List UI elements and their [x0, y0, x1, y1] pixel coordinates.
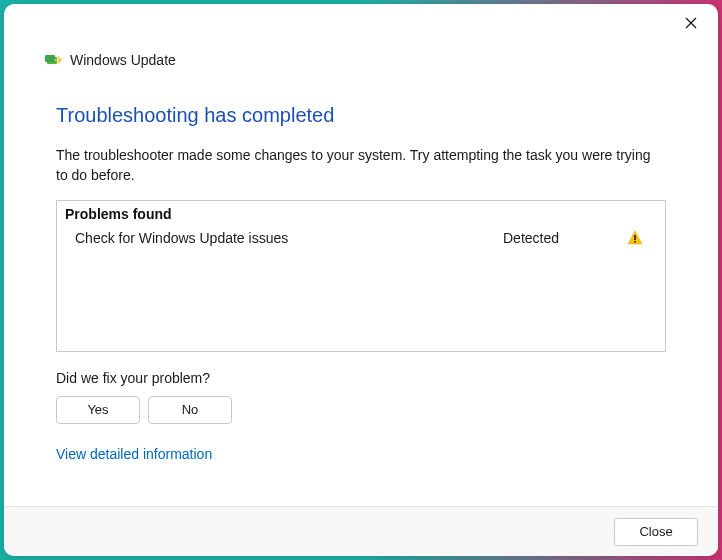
page-subtext: The troubleshooter made some changes to … — [56, 145, 666, 186]
problems-header: Problems found — [57, 201, 665, 226]
header-title: Windows Update — [70, 52, 176, 68]
problems-box: Problems found Check for Windows Update … — [56, 200, 666, 352]
view-detailed-link[interactable]: View detailed information — [56, 446, 666, 462]
page-heading: Troubleshooting has completed — [56, 104, 666, 127]
window-close-button[interactable] — [676, 10, 706, 36]
feedback-prompt: Did we fix your problem? — [56, 370, 666, 386]
view-detailed-link-label: View detailed information — [56, 446, 212, 462]
content-area: Troubleshooting has completed The troubl… — [4, 68, 718, 506]
svg-rect-4 — [634, 235, 636, 240]
yes-button[interactable]: Yes — [56, 396, 140, 424]
titlebar — [4, 4, 718, 42]
footer: Close — [4, 506, 718, 556]
warning-icon — [623, 230, 643, 246]
svg-rect-3 — [45, 55, 55, 62]
windows-update-icon — [44, 53, 62, 67]
yes-button-label: Yes — [87, 402, 108, 417]
problem-label: Check for Windows Update issues — [75, 230, 503, 246]
header-row: Windows Update — [4, 52, 718, 68]
no-button-label: No — [182, 402, 199, 417]
close-button-label: Close — [639, 524, 672, 539]
feedback-buttons: Yes No — [56, 396, 666, 424]
close-icon — [685, 17, 697, 29]
problem-row: Check for Windows Update issues Detected — [57, 226, 665, 250]
no-button[interactable]: No — [148, 396, 232, 424]
problem-status: Detected — [503, 230, 623, 246]
close-button[interactable]: Close — [614, 518, 698, 546]
troubleshooter-window: Windows Update Troubleshooting has compl… — [4, 4, 718, 556]
svg-rect-5 — [634, 241, 636, 243]
